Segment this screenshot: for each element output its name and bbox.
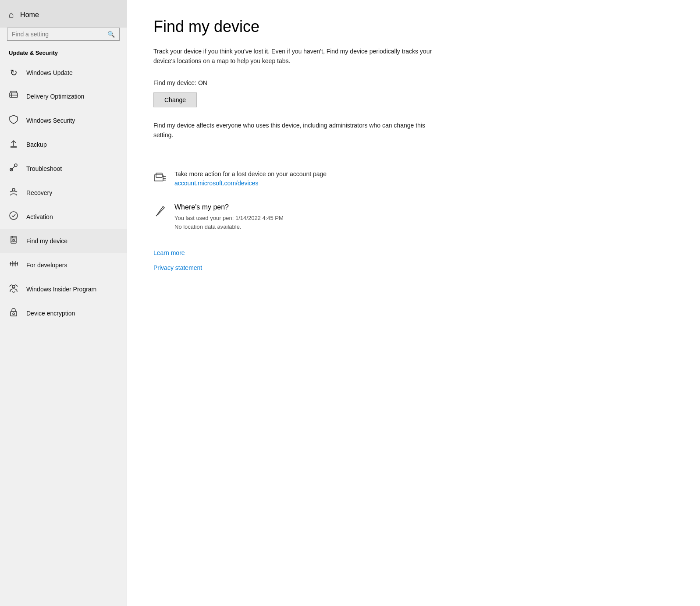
account-action: Take more action for a lost device on yo… [153, 170, 674, 188]
svg-line-33 [157, 206, 163, 215]
page-title: Find my device [153, 18, 674, 36]
recovery-icon [9, 187, 18, 198]
pen-section: Where's my pen? You last used your pen: … [153, 203, 674, 232]
pen-icon [153, 204, 167, 220]
section-title: Update & Security [0, 50, 127, 61]
sidebar: ⌂ Home 🔍 Update & Security ↻ Windows Upd… [0, 0, 127, 606]
account-action-content: Take more action for a lost device on yo… [174, 170, 327, 187]
sidebar-item-device-encryption[interactable]: Device encryption [0, 301, 127, 325]
find-my-device-icon [9, 235, 18, 247]
pen-content: Where's my pen? You last used your pen: … [174, 203, 284, 232]
sidebar-item-windows-insider[interactable]: Windows Insider Program [0, 277, 127, 301]
device-encryption-icon [9, 307, 18, 319]
pen-title: Where's my pen? [174, 203, 284, 211]
sidebar-item-recovery[interactable]: Recovery [0, 181, 127, 205]
svg-point-12 [12, 188, 15, 191]
sidebar-item-delivery-optimization[interactable]: Delivery Optimization [0, 84, 127, 108]
sidebar-item-label: Activation [26, 213, 53, 220]
pen-last-used: You last used your pen: 1/14/2022 4:45 P… [174, 214, 284, 223]
windows-insider-icon [9, 283, 18, 295]
note-text: Find my device affects everyone who uses… [153, 120, 425, 140]
activation-icon [9, 211, 18, 223]
account-action-section: Take more action for a lost device on yo… [153, 158, 674, 188]
sidebar-item-windows-update[interactable]: ↻ Windows Update [0, 61, 127, 84]
svg-line-35 [156, 215, 157, 216]
sidebar-item-label: For developers [26, 262, 67, 269]
sidebar-item-label: Find my device [26, 237, 68, 245]
svg-rect-29 [156, 173, 162, 177]
sidebar-item-label: Troubleshoot [26, 165, 62, 172]
change-button[interactable]: Change [153, 92, 197, 107]
sidebar-item-label: Device encryption [26, 310, 75, 317]
home-label: Home [20, 11, 39, 19]
status-line: Find my device: ON [153, 79, 674, 86]
delivery-optimization-icon [9, 90, 18, 102]
svg-point-13 [10, 212, 18, 220]
page-description: Track your device if you think you've lo… [153, 46, 443, 66]
sidebar-item-backup[interactable]: Backup [0, 132, 127, 156]
sidebar-item-label: Windows Security [26, 117, 75, 124]
sidebar-item-windows-security[interactable]: Windows Security [0, 108, 127, 132]
pen-location-status: No location data available. [174, 223, 284, 232]
search-input[interactable] [12, 31, 104, 38]
sidebar-item-label: Backup [26, 141, 47, 148]
sidebar-item-label: Delivery Optimization [26, 93, 84, 100]
sidebar-item-troubleshoot[interactable]: Troubleshoot [0, 156, 127, 181]
links-section: Learn more Privacy statement [153, 249, 674, 271]
svg-point-25 [12, 285, 15, 288]
sidebar-item-label: Windows Update [26, 69, 73, 76]
search-box[interactable]: 🔍 [7, 28, 120, 41]
home-icon: ⌂ [9, 10, 14, 20]
sidebar-item-label: Recovery [26, 189, 52, 196]
account-action-title: Take more action for a lost device on yo… [174, 170, 327, 177]
for-developers-icon [9, 259, 18, 271]
sidebar-item-for-developers[interactable]: For developers [0, 253, 127, 277]
windows-update-icon: ↻ [9, 67, 18, 78]
home-button[interactable]: ⌂ Home [0, 0, 127, 28]
sidebar-item-label: Windows Insider Program [26, 286, 96, 293]
svg-point-27 [13, 313, 14, 315]
windows-security-icon [9, 114, 18, 126]
privacy-statement-link[interactable]: Privacy statement [153, 264, 674, 271]
device-action-icon [153, 171, 167, 188]
svg-rect-28 [154, 175, 163, 181]
troubleshoot-icon [9, 163, 18, 174]
sidebar-item-find-my-device[interactable]: Find my device [0, 229, 127, 253]
svg-point-18 [13, 239, 14, 241]
backup-icon [9, 138, 18, 150]
search-icon: 🔍 [107, 31, 115, 38]
main-content: Find my device Track your device if you … [127, 0, 700, 606]
svg-rect-26 [11, 312, 17, 316]
account-microsoft-link[interactable]: account.microsoft.com/devices [174, 180, 258, 187]
svg-point-10 [14, 164, 17, 167]
sidebar-item-activation[interactable]: Activation [0, 205, 127, 229]
learn-more-link[interactable]: Learn more [153, 249, 674, 256]
